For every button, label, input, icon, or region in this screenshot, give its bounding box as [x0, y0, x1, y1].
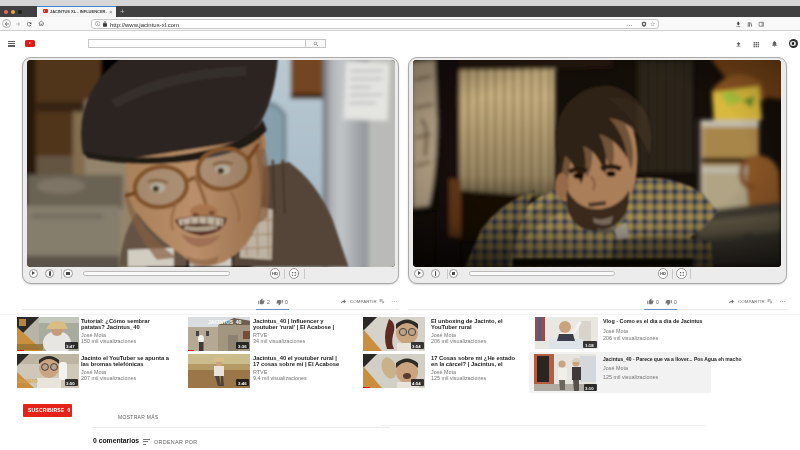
svg-text:JACINTUS_40: JACINTUS_40 — [208, 319, 242, 325]
svg-text:JACINTO: JACINTO — [18, 379, 38, 384]
